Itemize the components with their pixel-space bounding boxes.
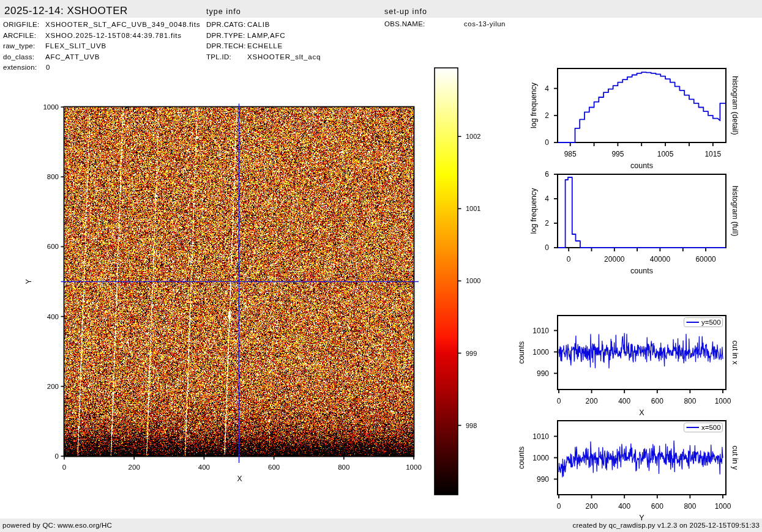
svg-text:XSHOOTER_slt_acq: XSHOOTER_slt_acq <box>247 53 321 61</box>
svg-text:990: 990 <box>537 475 549 484</box>
svg-text:4: 4 <box>545 194 549 203</box>
svg-text:0: 0 <box>545 138 549 147</box>
svg-text:60000: 60000 <box>695 255 716 264</box>
svg-text:histogram (detail): histogram (detail) <box>731 76 739 135</box>
svg-text:counts: counts <box>517 341 526 364</box>
svg-text:0: 0 <box>62 464 66 471</box>
svg-text:1015: 1015 <box>704 150 721 158</box>
svg-text:1010: 1010 <box>532 327 549 335</box>
svg-text:cut in x: cut in x <box>731 341 739 365</box>
svg-text:998: 998 <box>466 422 477 429</box>
svg-text:600: 600 <box>651 397 663 405</box>
svg-text:ECHELLE: ECHELLE <box>247 42 283 50</box>
svg-text:1000: 1000 <box>43 103 59 111</box>
svg-text:800: 800 <box>338 464 349 471</box>
svg-text:2025-12-14: XSHOOTER: 2025-12-14: XSHOOTER <box>4 5 128 17</box>
svg-text:200: 200 <box>129 464 140 471</box>
svg-text:200: 200 <box>47 383 59 390</box>
svg-text:powered by QC: www.eso.org/HC: powered by QC: www.eso.org/HC <box>2 522 112 529</box>
svg-text:1005: 1005 <box>657 150 674 158</box>
svg-text:Y: Y <box>639 514 644 522</box>
svg-text:200: 200 <box>586 397 598 405</box>
svg-text:6: 6 <box>545 170 549 179</box>
svg-text:raw_type:: raw_type: <box>3 42 35 50</box>
svg-text:FLEX_SLIT_UVB: FLEX_SLIT_UVB <box>45 42 106 50</box>
svg-text:999: 999 <box>466 350 477 357</box>
svg-text:OBS.NAME:: OBS.NAME: <box>384 20 425 28</box>
svg-text:XSHOO.2025-12-15T08:44:39.781.: XSHOO.2025-12-15T08:44:39.781.fits <box>45 32 182 39</box>
svg-text:set-up info: set-up info <box>384 7 427 16</box>
svg-text:1000: 1000 <box>406 464 422 471</box>
svg-text:0: 0 <box>557 397 561 405</box>
svg-text:created by qc_rawdisp.py v1.2.: created by qc_rawdisp.py v1.2.3 on 2025-… <box>572 522 760 529</box>
svg-text:1000: 1000 <box>715 397 731 405</box>
svg-text:ARCFILE:: ARCFILE: <box>3 32 36 39</box>
svg-text:DPR.CATG:: DPR.CATG: <box>206 21 245 28</box>
svg-text:0: 0 <box>55 453 59 460</box>
svg-text:40000: 40000 <box>650 255 671 264</box>
svg-text:0: 0 <box>557 502 561 511</box>
svg-text:DPR.TECH:: DPR.TECH: <box>206 42 246 50</box>
svg-text:600: 600 <box>651 502 663 511</box>
svg-text:1000: 1000 <box>715 502 731 511</box>
svg-text:985: 985 <box>564 150 577 158</box>
svg-text:1010: 1010 <box>532 432 549 441</box>
svg-text:200: 200 <box>586 502 598 511</box>
svg-text:AFC_ATT_UVB: AFC_ATT_UVB <box>45 53 100 61</box>
svg-text:cut in y: cut in y <box>731 446 739 470</box>
svg-text:0: 0 <box>46 64 50 71</box>
svg-text:cos-13-yilun: cos-13-yilun <box>464 20 506 28</box>
svg-text:TPL.ID:: TPL.ID: <box>206 53 231 61</box>
svg-text:DPR.TYPE:: DPR.TYPE: <box>206 32 245 39</box>
svg-text:600: 600 <box>268 464 280 471</box>
svg-text:400: 400 <box>47 313 59 320</box>
svg-text:extension:: extension: <box>3 64 37 71</box>
svg-text:Y: Y <box>24 279 33 284</box>
svg-text:995: 995 <box>611 150 624 158</box>
svg-text:ORIGFILE:: ORIGFILE: <box>3 21 40 28</box>
svg-text:X: X <box>237 475 242 483</box>
svg-text:1000: 1000 <box>532 454 549 462</box>
svg-text:LAMP,AFC: LAMP,AFC <box>247 32 285 39</box>
svg-text:histogram (full): histogram (full) <box>731 186 739 237</box>
svg-text:800: 800 <box>47 173 59 180</box>
svg-text:4: 4 <box>545 84 549 93</box>
svg-text:X: X <box>639 408 644 417</box>
svg-text:XSHOOTER_SLT_AFC_UVB_349_0048.: XSHOOTER_SLT_AFC_UVB_349_0048.fits <box>45 21 200 28</box>
svg-text:y=500: y=500 <box>701 319 721 326</box>
svg-text:800: 800 <box>684 397 696 405</box>
svg-text:1002: 1002 <box>466 133 480 140</box>
svg-text:1000: 1000 <box>466 277 480 284</box>
svg-text:log frequency: log frequency <box>529 188 538 234</box>
svg-text:type info: type info <box>206 7 241 16</box>
svg-text:20000: 20000 <box>604 255 625 264</box>
svg-text:800: 800 <box>684 502 696 511</box>
svg-text:0: 0 <box>567 255 571 264</box>
svg-text:400: 400 <box>198 464 210 471</box>
svg-text:x=500: x=500 <box>701 424 721 431</box>
svg-text:2: 2 <box>545 111 549 120</box>
svg-text:400: 400 <box>618 397 630 405</box>
svg-text:600: 600 <box>47 243 59 250</box>
svg-text:counts: counts <box>630 267 653 275</box>
svg-text:990: 990 <box>537 369 549 378</box>
svg-text:0: 0 <box>545 243 549 252</box>
svg-text:CALIB: CALIB <box>247 21 270 28</box>
svg-text:counts: counts <box>517 446 526 469</box>
svg-text:400: 400 <box>618 502 630 511</box>
svg-text:counts: counts <box>630 161 653 170</box>
svg-text:2: 2 <box>545 219 549 227</box>
svg-text:log frequency: log frequency <box>529 82 538 128</box>
svg-text:do_class:: do_class: <box>3 53 34 61</box>
svg-text:1001: 1001 <box>466 205 480 212</box>
svg-text:1000: 1000 <box>532 348 549 357</box>
